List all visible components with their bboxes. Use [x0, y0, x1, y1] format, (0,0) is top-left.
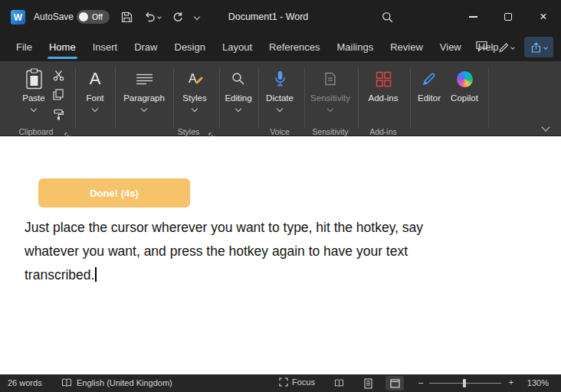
- word-window: W AutoSave Off Document1 - Word: [0, 0, 561, 392]
- chevron-down-icon: [92, 106, 98, 112]
- clipboard-group-label: Clipboard: [11, 127, 61, 136]
- read-mode-button[interactable]: [330, 376, 348, 390]
- close-button[interactable]: ×: [526, 0, 561, 34]
- copilot-label: Copilot: [451, 93, 478, 103]
- redo-button[interactable]: [172, 11, 183, 22]
- autosave-label: AutoSave: [34, 11, 74, 22]
- tab-layout[interactable]: Layout: [214, 34, 261, 61]
- search-icon[interactable]: [382, 11, 393, 26]
- status-bar: 26 words English (United Kingdom) Focus …: [0, 374, 561, 392]
- zoom-in-button[interactable]: +: [507, 377, 516, 387]
- autosave-toggle[interactable]: Off: [77, 10, 110, 24]
- paste-clipboard-icon: [25, 67, 43, 90]
- styles-icon: A: [186, 67, 203, 90]
- paragraph-button[interactable]: Paragraph: [119, 67, 169, 111]
- font-label: Font: [86, 93, 103, 103]
- minimize-icon: [469, 16, 477, 18]
- focus-label: Focus: [292, 377, 315, 387]
- styles-group-label: Styles: [170, 127, 207, 136]
- format-painter-button[interactable]: [51, 106, 66, 122]
- paste-button[interactable]: Paste: [17, 67, 51, 111]
- save-icon: [121, 11, 133, 23]
- sensitivity-group-label: Sensitivity: [305, 127, 356, 136]
- group-separator: [173, 67, 174, 129]
- text-line: transcribed.: [25, 263, 423, 287]
- tab-insert[interactable]: Insert: [84, 34, 126, 61]
- copilot-icon: [457, 67, 473, 90]
- share-icon: [530, 42, 542, 53]
- sensitivity-tag-icon: [323, 67, 337, 90]
- word-count[interactable]: 26 words: [8, 378, 42, 387]
- tab-references[interactable]: References: [261, 34, 328, 61]
- group-separator: [219, 67, 220, 129]
- focus-icon: [279, 377, 288, 387]
- zoom-out-button[interactable]: –: [416, 377, 425, 387]
- svg-text:A: A: [189, 72, 197, 85]
- editing-button[interactable]: Editing: [221, 67, 256, 111]
- window-title: Document1 - Word: [184, 0, 353, 34]
- add-ins-grid-icon: [376, 67, 392, 90]
- dictate-label: Dictate: [266, 93, 294, 103]
- undo-icon: [144, 11, 156, 22]
- group-separator: [410, 67, 411, 129]
- maximize-button[interactable]: [490, 0, 526, 34]
- scissors-icon: [53, 70, 64, 81]
- dictate-button[interactable]: Dictate: [261, 67, 299, 111]
- group-separator: [115, 67, 116, 129]
- group-separator: [258, 67, 259, 129]
- minimize-button[interactable]: [455, 0, 490, 34]
- font-button[interactable]: A Font: [79, 67, 111, 111]
- magnifier-icon: [231, 67, 245, 90]
- proofing-button[interactable]: [61, 378, 72, 389]
- tab-file[interactable]: File: [8, 34, 41, 61]
- chevron-down-icon: [235, 106, 241, 112]
- paste-label: Paste: [22, 93, 44, 103]
- voice-group-label: Voice: [260, 127, 300, 136]
- tab-draw[interactable]: Draw: [126, 34, 166, 61]
- collapse-ribbon-button[interactable]: [543, 119, 549, 133]
- zoom-slider-thumb[interactable]: [463, 379, 466, 387]
- tab-review[interactable]: Review: [382, 34, 431, 61]
- add-ins-group-label: Add-ins: [362, 127, 405, 136]
- chevron-down-icon: [31, 106, 37, 112]
- chevron-down-icon: [277, 106, 283, 112]
- copy-button[interactable]: [51, 87, 66, 102]
- save-button[interactable]: [121, 11, 133, 23]
- styles-button[interactable]: A Styles: [176, 67, 213, 111]
- undo-button[interactable]: [144, 11, 161, 22]
- pen-icon: [498, 42, 509, 53]
- text-line: Just place the cursor wherever you want …: [25, 216, 423, 240]
- editor-button[interactable]: Editor: [413, 67, 445, 103]
- add-ins-button[interactable]: Add-ins: [362, 67, 405, 103]
- font-icon: A: [90, 67, 101, 90]
- editing-label: Editing: [225, 93, 251, 103]
- document-text[interactable]: Just place the cursor wherever you want …: [25, 216, 423, 287]
- share-button[interactable]: [524, 37, 553, 57]
- cut-button[interactable]: [51, 67, 66, 83]
- text-line: whatever you want, and press the hotkey …: [25, 240, 423, 263]
- chevron-down-icon: [192, 106, 198, 112]
- tab-view[interactable]: View: [431, 34, 470, 61]
- toggle-knob-icon: [79, 12, 88, 21]
- autosave-state: Off: [92, 12, 103, 21]
- format-painter-icon: [53, 109, 64, 120]
- focus-button[interactable]: Focus: [279, 377, 315, 387]
- copilot-button[interactable]: Copilot: [447, 67, 482, 103]
- maximize-icon: [504, 13, 512, 21]
- zoom-level[interactable]: 130%: [520, 378, 549, 387]
- chevron-down-icon: [541, 122, 550, 131]
- web-layout-button[interactable]: [385, 376, 404, 390]
- tab-home[interactable]: Home: [41, 34, 84, 61]
- add-ins-label: Add-ins: [369, 93, 399, 103]
- read-mode-icon: [334, 379, 344, 387]
- paragraph-label: Paragraph: [123, 93, 165, 103]
- language-indicator[interactable]: English (United Kingdom): [77, 378, 172, 387]
- tab-mailings[interactable]: Mailings: [329, 34, 382, 61]
- tab-design[interactable]: Design: [166, 34, 214, 61]
- chevron-down-icon: [543, 45, 548, 50]
- document-canvas[interactable]: Done! (4s) Just place the cursor whereve…: [0, 136, 561, 374]
- print-layout-button[interactable]: [359, 376, 377, 390]
- editing-mode-button[interactable]: [498, 42, 514, 53]
- comments-button[interactable]: [475, 40, 488, 55]
- sensitivity-button[interactable]: Sensitivity: [307, 67, 354, 111]
